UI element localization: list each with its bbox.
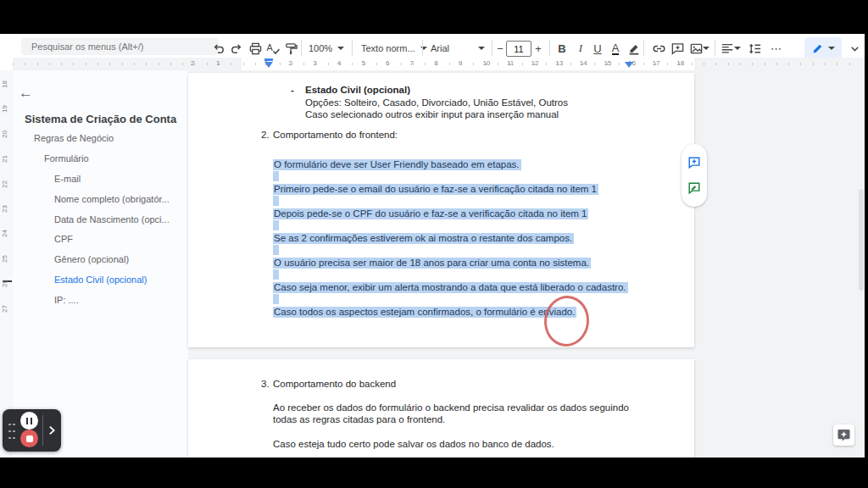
- recorder-pause-button[interactable]: [20, 412, 38, 430]
- selected-text-line[interactable]: Caso todos os aspectos estejam confirmad…: [273, 306, 576, 318]
- explore-button[interactable]: [833, 424, 854, 446]
- print-button[interactable]: [246, 39, 264, 58]
- recorder-expand-button[interactable]: [45, 424, 58, 441]
- ruler-number: 8: [434, 59, 437, 67]
- letterbox-right: [865, 34, 868, 458]
- selected-text-line[interactable]: Se as 2 confirmações estiverem ok ai mos…: [273, 232, 574, 244]
- ruler-number: 18: [676, 59, 684, 67]
- suggest-edits-button[interactable]: [687, 181, 701, 195]
- decrease-font-size-button[interactable]: −: [494, 39, 506, 58]
- ruler-number: 1: [264, 59, 268, 67]
- horizontal-ruler[interactable]: 21123456789101112131415161718: [13, 58, 865, 71]
- font-size-value[interactable]: 11: [506, 41, 531, 57]
- vertical-ruler[interactable]: 18192021222324252627: [0, 70, 14, 458]
- highlight-color-button[interactable]: [625, 39, 643, 58]
- doc-heading-backend[interactable]: Comportamento do backend: [273, 378, 396, 390]
- doc-text-line[interactable]: Opções: Solteiro, Casado, Divorciado, Un…: [305, 97, 568, 108]
- app-window: A 100% Texto norm... Arial − 11 + B I U …: [0, 0, 868, 488]
- doc-text-line[interactable]: Ao receber os dados do formulário o back…: [273, 402, 629, 413]
- highlighter-icon: [627, 42, 641, 55]
- outline-item-estado-civil[interactable]: Estado Civil (opcional): [54, 274, 147, 285]
- line-spacing-icon: [748, 42, 762, 56]
- ruler-number: 11: [507, 59, 514, 67]
- image-options-dropdown[interactable]: [701, 39, 711, 58]
- outline-item-ip[interactable]: IP: ....: [54, 295, 79, 305]
- ruler-number: 3: [313, 59, 316, 67]
- selected-text-line[interactable]: Primeiro pede-se o email do usuário e fa…: [273, 183, 598, 195]
- recorder-stop-button[interactable]: [20, 430, 38, 447]
- align-dropdown[interactable]: [732, 39, 743, 58]
- undo-button[interactable]: [209, 39, 227, 58]
- ruler-ticks: [13, 63, 852, 65]
- selected-text-line[interactable]: Caso seja menor, exibir um alerta mostra…: [273, 281, 628, 293]
- list-number: 3.: [261, 378, 270, 390]
- doc-text-line[interactable]: Caso selecionado outros exibir input par…: [305, 108, 559, 120]
- search-input[interactable]: [21, 38, 219, 55]
- document-page-2[interactable]: 3. Comportamento do backend Ao receber o…: [188, 359, 694, 458]
- explore-star-icon: [837, 429, 850, 441]
- outline-item-data-nascimento[interactable]: Data de Nascimento (opci...: [54, 214, 170, 225]
- recorder-divider: [42, 415, 43, 446]
- ruler-number: 16: [628, 59, 636, 67]
- outline-document-title[interactable]: Sistema de Criação de Conta: [25, 113, 176, 125]
- line-spacing-button[interactable]: [745, 39, 764, 58]
- selected-text-line[interactable]: O formulário deve ser User Friendly base…: [273, 158, 521, 170]
- font-value: Arial: [431, 43, 449, 53]
- ruler-number: 19: [1, 105, 8, 113]
- insert-link-button[interactable]: [649, 39, 668, 58]
- toolbar-separator: [352, 40, 353, 56]
- doc-text-line[interactable]: todas as regras citadas para o frontend.: [273, 413, 445, 425]
- stop-icon: [26, 435, 33, 442]
- chevron-down-icon: [337, 47, 344, 50]
- outline-item-email[interactable]: E-mail: [54, 174, 81, 184]
- doc-heading-frontend[interactable]: Comportamento do frontend:: [273, 129, 398, 141]
- paint-format-button[interactable]: [281, 39, 300, 58]
- print-icon: [248, 42, 263, 56]
- hide-menus-button[interactable]: [845, 39, 864, 58]
- ruler-number: 27: [1, 305, 8, 313]
- paragraph-style-select[interactable]: Texto norm...: [361, 39, 427, 58]
- ruler-number: 14: [580, 59, 587, 67]
- editing-mode-button[interactable]: [804, 37, 842, 59]
- add-comment-button[interactable]: [668, 39, 687, 58]
- redo-button[interactable]: [227, 39, 246, 58]
- doc-heading-estado-civil[interactable]: Estado Civil (opcional): [305, 84, 410, 96]
- italic-button[interactable]: I: [571, 39, 590, 58]
- bold-button[interactable]: B: [553, 39, 571, 58]
- ruler-number: 10: [482, 59, 490, 67]
- outline-item-nome-completo[interactable]: Nome completo (obrigatór...: [54, 194, 170, 204]
- font-select[interactable]: Arial: [431, 39, 485, 58]
- style-value: Texto norm...: [361, 43, 415, 53]
- outline-item-formulario[interactable]: Formulário: [44, 153, 89, 164]
- close-outline-button[interactable]: ←: [19, 85, 33, 102]
- ruler-number: 26: [1, 280, 8, 287]
- ruler-number: 12: [531, 59, 539, 67]
- recorder-drag-handle[interactable]: [8, 421, 15, 440]
- outline-item-cpf[interactable]: CPF: [54, 234, 73, 244]
- more-options-button[interactable]: ⋯: [767, 39, 786, 58]
- toolbar-separator: [715, 40, 715, 56]
- text-color-button[interactable]: A: [606, 39, 625, 58]
- increase-font-size-button[interactable]: +: [532, 39, 544, 58]
- margin-add-comment-button[interactable]: [687, 156, 701, 169]
- letterbox-bottom: [0, 458, 868, 488]
- pause-icon: [31, 418, 33, 424]
- selected-empty-line: [273, 245, 279, 255]
- toolbar-separator: [492, 40, 492, 56]
- outline-item-regras-de-negocio[interactable]: Regras de Negócio: [34, 133, 114, 143]
- spellcheck-button[interactable]: A: [264, 39, 282, 58]
- document-page-1[interactable]: - Estado Civil (opcional) Opções: Soltei…: [188, 73, 694, 347]
- letterbox-top: [0, 0, 868, 34]
- zoom-select[interactable]: 100%: [309, 39, 344, 58]
- doc-text-line[interactable]: Caso esteja tudo certo pode salvar os da…: [273, 438, 554, 450]
- chevron-down-icon: [420, 47, 427, 50]
- selected-text-line[interactable]: Depois pede-se o CPF do usuário e faz-se…: [273, 208, 588, 219]
- ruler-number: 20: [1, 130, 8, 138]
- outline-item-genero[interactable]: Gênero (opcional): [54, 254, 129, 264]
- selected-text-line[interactable]: O usuário precisa ser maior de 18 anos p…: [273, 257, 591, 269]
- ruler-number: 9: [459, 59, 462, 67]
- underline-button[interactable]: U: [588, 39, 607, 58]
- vertical-scrollbar-thumb[interactable]: [859, 189, 864, 291]
- comment-add-icon: [687, 156, 701, 169]
- toolbar-separator: [643, 40, 644, 56]
